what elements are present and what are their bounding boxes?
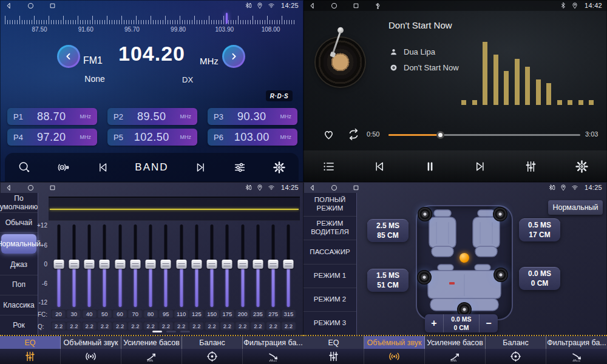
eq-band-slider[interactable] (281, 224, 296, 307)
home-icon[interactable] (27, 2, 35, 10)
tab-balance[interactable]: Баланс (486, 336, 546, 349)
slider-knob[interactable] (130, 260, 140, 269)
slider-knob[interactable] (161, 260, 171, 269)
increase-delay-button[interactable]: + (425, 314, 443, 332)
slider-knob[interactable] (100, 260, 110, 269)
scan-button[interactable] (15, 158, 33, 177)
preset-p2[interactable]: P2 89.50 MHz (107, 108, 197, 125)
slider-knob[interactable] (84, 260, 95, 269)
audio-settings-button[interactable] (231, 158, 249, 177)
slider-knob[interactable] (207, 260, 217, 269)
eq-band-slider[interactable] (189, 224, 204, 307)
home-icon[interactable] (330, 2, 338, 10)
eq-band-slider[interactable] (82, 224, 97, 307)
tab-bass-boost[interactable]: Усиление басов (121, 336, 182, 349)
tab-surround[interactable]: Объёмный звук (364, 336, 425, 349)
listening-mode-item[interactable]: РЕЖИМ 3 (304, 312, 356, 335)
preset-p4[interactable]: P4 97.20 MHz (7, 129, 97, 146)
settings-button[interactable] (270, 158, 288, 177)
equalizer-button[interactable] (521, 157, 540, 176)
home-icon[interactable] (27, 184, 35, 192)
slider-knob[interactable] (283, 260, 294, 269)
recents-icon[interactable] (352, 2, 360, 10)
tab-surround[interactable]: Объёмный звук (61, 336, 121, 349)
eq-band-slider[interactable] (127, 224, 143, 307)
slider-knob[interactable] (53, 260, 64, 269)
slider-knob[interactable] (222, 260, 232, 269)
back-icon[interactable] (308, 2, 316, 10)
progress-knob[interactable] (436, 131, 444, 139)
rear-left-delay-button[interactable]: 1.5 MS 51 CM (367, 269, 409, 292)
pause-button[interactable] (421, 157, 439, 176)
preset-p3[interactable]: P3 90.30 MHz (208, 108, 297, 125)
slider-knob[interactable] (176, 260, 186, 269)
previous-station-button[interactable] (93, 158, 112, 177)
eq-band-slider[interactable] (66, 224, 81, 307)
tuner-scale[interactable] (5, 14, 299, 24)
listening-mode-item[interactable]: РЕЖИМ ВОДИТЕЛЯ (304, 217, 356, 240)
eq-sliders-icon[interactable] (304, 349, 364, 364)
tune-down-button[interactable] (57, 45, 80, 68)
eq-band-slider[interactable] (174, 224, 189, 307)
listening-mode-item[interactable]: РЕЖИМ 1 (304, 265, 356, 288)
slider-knob[interactable] (146, 260, 156, 269)
profile-button[interactable]: Нормальный (548, 200, 603, 215)
listening-mode-item[interactable]: ПАССАЖИР (304, 240, 356, 264)
eq-band-slider[interactable] (250, 224, 265, 307)
eq-preset-item[interactable]: Рок (0, 315, 38, 335)
slider-knob[interactable] (237, 260, 248, 269)
preset-p1[interactable]: P1 88.70 MHz (7, 108, 97, 125)
preset-p6[interactable]: P6 103.00 MHz (208, 129, 297, 146)
eq-band-slider[interactable] (97, 224, 112, 307)
recents-icon[interactable] (352, 184, 360, 192)
playlist-button[interactable] (319, 157, 338, 176)
decrease-delay-button[interactable]: − (480, 314, 498, 332)
balance-icon[interactable] (182, 349, 243, 364)
tab-filter[interactable]: Фильтрация ба... (243, 336, 304, 349)
slider-knob[interactable] (191, 260, 202, 269)
filter-icon[interactable] (546, 349, 607, 364)
rear-right-delay-button[interactable]: 0.0 MS 0 CM (519, 267, 560, 290)
tab-eq[interactable]: EQ (0, 336, 61, 349)
eq-band-slider[interactable] (158, 224, 174, 307)
listening-mode-item[interactable]: ПОЛНЫЙ РЕЖИМ (304, 193, 356, 217)
listener-position-dot[interactable] (459, 253, 469, 263)
eq-band-slider[interactable] (235, 224, 250, 307)
usb-icon[interactable] (374, 2, 382, 10)
eq-preset-item[interactable]: По умолчанию (0, 193, 38, 213)
back-icon[interactable] (5, 184, 13, 192)
recents-icon[interactable] (49, 2, 56, 10)
eq-band-slider[interactable] (220, 224, 235, 307)
eq-band-slider[interactable] (112, 224, 127, 307)
tab-bass-boost[interactable]: Усиление басов (425, 336, 486, 349)
eq-band-slider[interactable] (205, 224, 220, 307)
progress-bar[interactable] (388, 134, 580, 136)
repeat-button[interactable] (345, 126, 362, 145)
home-icon[interactable] (330, 184, 338, 192)
preset-p5[interactable]: P5 102.50 MHz (107, 129, 197, 146)
bass-boost-icon[interactable] (425, 349, 486, 364)
back-icon[interactable] (308, 184, 316, 192)
slider-knob[interactable] (253, 260, 263, 269)
front-right-delay-button[interactable]: 0.5 MS 17 CM (519, 218, 560, 241)
tab-eq[interactable]: EQ (304, 336, 364, 349)
eq-band-slider[interactable] (266, 224, 281, 307)
next-station-button[interactable] (192, 158, 210, 177)
settings-button[interactable] (572, 157, 591, 176)
eq-band-slider[interactable] (143, 224, 158, 307)
eq-sliders-icon[interactable] (0, 349, 61, 364)
eq-band-slider[interactable] (51, 224, 66, 307)
next-track-button[interactable] (471, 157, 490, 176)
dx-broadcast-button[interactable] (55, 158, 73, 177)
previous-track-button[interactable] (370, 157, 388, 176)
tab-balance[interactable]: Баланс (182, 336, 243, 349)
recents-icon[interactable] (49, 184, 56, 192)
front-left-delay-button[interactable]: 2.5 MS 85 CM (367, 219, 409, 242)
surround-icon[interactable] (364, 349, 425, 364)
slider-knob[interactable] (268, 260, 279, 269)
back-icon[interactable] (5, 2, 13, 10)
bass-boost-icon[interactable] (121, 349, 182, 364)
favorite-button[interactable] (320, 126, 337, 144)
tune-up-button[interactable] (222, 45, 245, 68)
slider-knob[interactable] (69, 260, 79, 269)
